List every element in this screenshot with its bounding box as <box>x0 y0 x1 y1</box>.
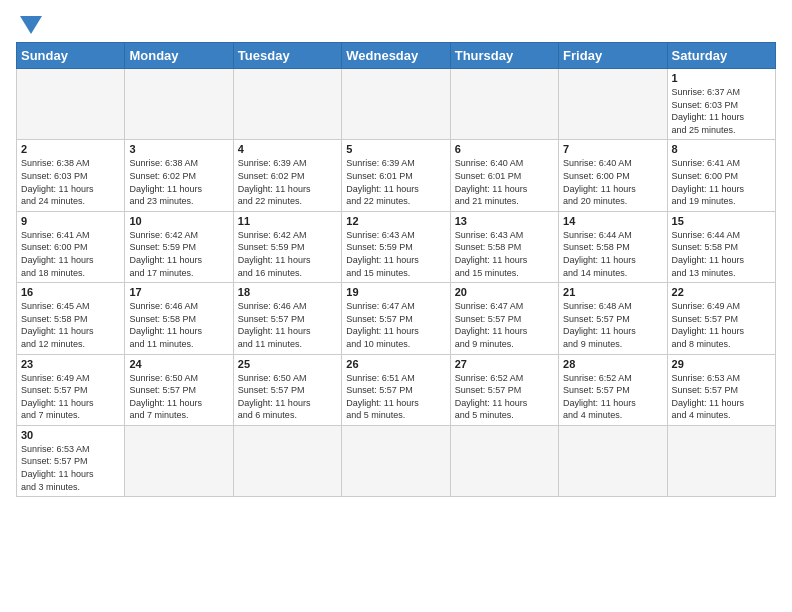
calendar-week-row: 2Sunrise: 6:38 AM Sunset: 6:03 PM Daylig… <box>17 140 776 211</box>
calendar-cell: 27Sunrise: 6:52 AM Sunset: 5:57 PM Dayli… <box>450 354 558 425</box>
day-number: 1 <box>672 72 771 84</box>
calendar-cell: 30Sunrise: 6:53 AM Sunset: 5:57 PM Dayli… <box>17 425 125 496</box>
day-info: Sunrise: 6:50 AM Sunset: 5:57 PM Dayligh… <box>238 372 337 422</box>
day-info: Sunrise: 6:53 AM Sunset: 5:57 PM Dayligh… <box>672 372 771 422</box>
calendar-cell: 17Sunrise: 6:46 AM Sunset: 5:58 PM Dayli… <box>125 283 233 354</box>
calendar-cell: 12Sunrise: 6:43 AM Sunset: 5:59 PM Dayli… <box>342 211 450 282</box>
day-number: 30 <box>21 429 120 441</box>
day-info: Sunrise: 6:45 AM Sunset: 5:58 PM Dayligh… <box>21 300 120 350</box>
calendar-cell: 26Sunrise: 6:51 AM Sunset: 5:57 PM Dayli… <box>342 354 450 425</box>
day-info: Sunrise: 6:38 AM Sunset: 6:02 PM Dayligh… <box>129 157 228 207</box>
day-number: 28 <box>563 358 662 370</box>
col-header-thursday: Thursday <box>450 43 558 69</box>
calendar-cell: 18Sunrise: 6:46 AM Sunset: 5:57 PM Dayli… <box>233 283 341 354</box>
calendar-cell: 23Sunrise: 6:49 AM Sunset: 5:57 PM Dayli… <box>17 354 125 425</box>
day-info: Sunrise: 6:37 AM Sunset: 6:03 PM Dayligh… <box>672 86 771 136</box>
day-number: 13 <box>455 215 554 227</box>
day-info: Sunrise: 6:44 AM Sunset: 5:58 PM Dayligh… <box>563 229 662 279</box>
day-info: Sunrise: 6:52 AM Sunset: 5:57 PM Dayligh… <box>455 372 554 422</box>
day-number: 15 <box>672 215 771 227</box>
calendar-cell: 16Sunrise: 6:45 AM Sunset: 5:58 PM Dayli… <box>17 283 125 354</box>
calendar-table: SundayMondayTuesdayWednesdayThursdayFrid… <box>16 42 776 497</box>
calendar-cell <box>342 425 450 496</box>
day-info: Sunrise: 6:40 AM Sunset: 6:00 PM Dayligh… <box>563 157 662 207</box>
day-info: Sunrise: 6:53 AM Sunset: 5:57 PM Dayligh… <box>21 443 120 493</box>
day-info: Sunrise: 6:42 AM Sunset: 5:59 PM Dayligh… <box>129 229 228 279</box>
day-info: Sunrise: 6:52 AM Sunset: 5:57 PM Dayligh… <box>563 372 662 422</box>
calendar-cell <box>559 425 667 496</box>
col-header-friday: Friday <box>559 43 667 69</box>
calendar-cell: 8Sunrise: 6:41 AM Sunset: 6:00 PM Daylig… <box>667 140 775 211</box>
day-info: Sunrise: 6:44 AM Sunset: 5:58 PM Dayligh… <box>672 229 771 279</box>
calendar-cell <box>233 69 341 140</box>
calendar-week-row: 30Sunrise: 6:53 AM Sunset: 5:57 PM Dayli… <box>17 425 776 496</box>
calendar-cell: 19Sunrise: 6:47 AM Sunset: 5:57 PM Dayli… <box>342 283 450 354</box>
day-number: 27 <box>455 358 554 370</box>
calendar-cell: 25Sunrise: 6:50 AM Sunset: 5:57 PM Dayli… <box>233 354 341 425</box>
calendar-week-row: 23Sunrise: 6:49 AM Sunset: 5:57 PM Dayli… <box>17 354 776 425</box>
col-header-wednesday: Wednesday <box>342 43 450 69</box>
day-number: 11 <box>238 215 337 227</box>
day-number: 21 <box>563 286 662 298</box>
calendar-cell: 20Sunrise: 6:47 AM Sunset: 5:57 PM Dayli… <box>450 283 558 354</box>
calendar-week-row: 9Sunrise: 6:41 AM Sunset: 6:00 PM Daylig… <box>17 211 776 282</box>
day-number: 29 <box>672 358 771 370</box>
day-number: 14 <box>563 215 662 227</box>
calendar-cell: 24Sunrise: 6:50 AM Sunset: 5:57 PM Dayli… <box>125 354 233 425</box>
calendar-cell: 5Sunrise: 6:39 AM Sunset: 6:01 PM Daylig… <box>342 140 450 211</box>
calendar-cell <box>125 425 233 496</box>
calendar-cell <box>450 69 558 140</box>
day-info: Sunrise: 6:38 AM Sunset: 6:03 PM Dayligh… <box>21 157 120 207</box>
calendar-cell <box>667 425 775 496</box>
day-info: Sunrise: 6:42 AM Sunset: 5:59 PM Dayligh… <box>238 229 337 279</box>
day-info: Sunrise: 6:46 AM Sunset: 5:58 PM Dayligh… <box>129 300 228 350</box>
day-info: Sunrise: 6:43 AM Sunset: 5:58 PM Dayligh… <box>455 229 554 279</box>
day-number: 9 <box>21 215 120 227</box>
logo-icon <box>20 16 42 34</box>
day-info: Sunrise: 6:41 AM Sunset: 6:00 PM Dayligh… <box>672 157 771 207</box>
col-header-sunday: Sunday <box>17 43 125 69</box>
calendar-week-row: 16Sunrise: 6:45 AM Sunset: 5:58 PM Dayli… <box>17 283 776 354</box>
day-number: 10 <box>129 215 228 227</box>
calendar-cell: 4Sunrise: 6:39 AM Sunset: 6:02 PM Daylig… <box>233 140 341 211</box>
calendar-cell: 21Sunrise: 6:48 AM Sunset: 5:57 PM Dayli… <box>559 283 667 354</box>
day-number: 19 <box>346 286 445 298</box>
calendar-cell: 2Sunrise: 6:38 AM Sunset: 6:03 PM Daylig… <box>17 140 125 211</box>
day-number: 7 <box>563 143 662 155</box>
day-number: 8 <box>672 143 771 155</box>
page-header <box>16 16 776 34</box>
day-info: Sunrise: 6:43 AM Sunset: 5:59 PM Dayligh… <box>346 229 445 279</box>
calendar-cell: 9Sunrise: 6:41 AM Sunset: 6:00 PM Daylig… <box>17 211 125 282</box>
calendar-cell: 15Sunrise: 6:44 AM Sunset: 5:58 PM Dayli… <box>667 211 775 282</box>
calendar-cell: 7Sunrise: 6:40 AM Sunset: 6:00 PM Daylig… <box>559 140 667 211</box>
day-number: 4 <box>238 143 337 155</box>
day-number: 6 <box>455 143 554 155</box>
day-number: 25 <box>238 358 337 370</box>
calendar-cell: 1Sunrise: 6:37 AM Sunset: 6:03 PM Daylig… <box>667 69 775 140</box>
day-number: 18 <box>238 286 337 298</box>
calendar-cell: 11Sunrise: 6:42 AM Sunset: 5:59 PM Dayli… <box>233 211 341 282</box>
logo <box>16 16 42 34</box>
calendar-cell <box>450 425 558 496</box>
calendar-cell <box>17 69 125 140</box>
calendar-cell <box>125 69 233 140</box>
day-number: 3 <box>129 143 228 155</box>
calendar-cell <box>233 425 341 496</box>
day-number: 20 <box>455 286 554 298</box>
calendar-cell: 29Sunrise: 6:53 AM Sunset: 5:57 PM Dayli… <box>667 354 775 425</box>
calendar-cell <box>559 69 667 140</box>
calendar-cell: 13Sunrise: 6:43 AM Sunset: 5:58 PM Dayli… <box>450 211 558 282</box>
day-info: Sunrise: 6:39 AM Sunset: 6:02 PM Dayligh… <box>238 157 337 207</box>
svg-marker-0 <box>20 16 42 34</box>
day-info: Sunrise: 6:46 AM Sunset: 5:57 PM Dayligh… <box>238 300 337 350</box>
calendar-cell: 6Sunrise: 6:40 AM Sunset: 6:01 PM Daylig… <box>450 140 558 211</box>
day-info: Sunrise: 6:40 AM Sunset: 6:01 PM Dayligh… <box>455 157 554 207</box>
calendar-cell: 28Sunrise: 6:52 AM Sunset: 5:57 PM Dayli… <box>559 354 667 425</box>
day-number: 23 <box>21 358 120 370</box>
calendar-cell: 10Sunrise: 6:42 AM Sunset: 5:59 PM Dayli… <box>125 211 233 282</box>
calendar-cell: 3Sunrise: 6:38 AM Sunset: 6:02 PM Daylig… <box>125 140 233 211</box>
col-header-monday: Monday <box>125 43 233 69</box>
day-info: Sunrise: 6:49 AM Sunset: 5:57 PM Dayligh… <box>672 300 771 350</box>
day-info: Sunrise: 6:47 AM Sunset: 5:57 PM Dayligh… <box>455 300 554 350</box>
day-number: 16 <box>21 286 120 298</box>
